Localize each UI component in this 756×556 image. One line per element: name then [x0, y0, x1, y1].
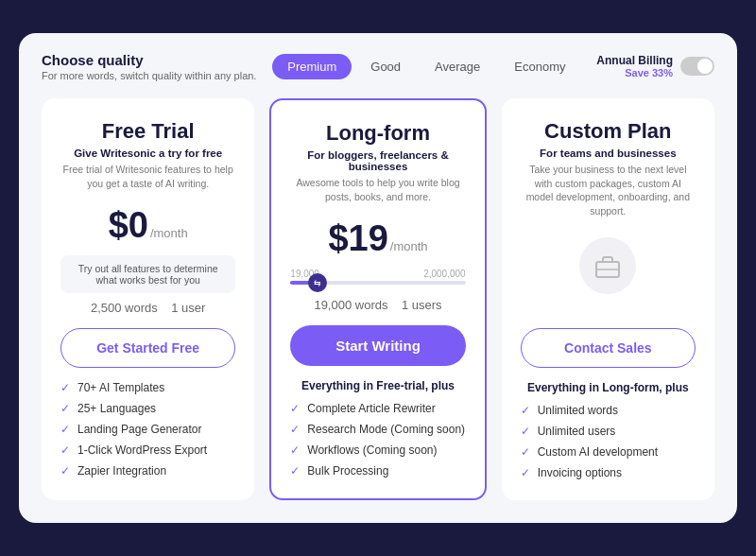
- check-icon: ✓: [60, 423, 70, 436]
- list-item: ✓ Landing Page Generator: [60, 423, 235, 436]
- list-item: ✓ Complete Article Rewriter: [290, 402, 465, 415]
- longform-words-row: 19,000 words 1 users: [290, 298, 465, 312]
- custom-features-list: ✓ Unlimited words ✓ Unlimited users ✓ Cu…: [521, 404, 696, 479]
- custom-desc: Take your business to the next level wit…: [521, 163, 696, 218]
- longform-words: 19,000 words: [314, 298, 387, 312]
- custom-title: Custom Plan: [521, 119, 696, 144]
- quality-subtitle: For more words, switch quality within an…: [42, 70, 256, 81]
- quality-block: Choose quality For more words, switch qu…: [42, 52, 256, 81]
- list-item: ✓ Workflows (Coming soon): [290, 443, 465, 457]
- longform-price: $19 /month: [290, 218, 465, 259]
- check-icon: ✓: [290, 464, 300, 478]
- feature-label: 25+ Languages: [77, 402, 156, 415]
- slider-thumb[interactable]: ⇆: [308, 273, 327, 292]
- list-item: ✓ Research Mode (Coming soon): [290, 423, 465, 436]
- free-price-amount: $0: [109, 205, 148, 246]
- check-icon: ✓: [521, 445, 530, 459]
- slider-track[interactable]: ⇆: [290, 281, 465, 285]
- slider-max: 2,000,000: [423, 269, 466, 279]
- list-item: ✓ 1-Click WordPress Export: [60, 443, 235, 457]
- free-trial-title: Free Trial: [60, 119, 235, 144]
- list-item: ✓ Custom AI development: [521, 445, 696, 459]
- check-icon: ✓: [521, 466, 530, 479]
- list-item: ✓ 25+ Languages: [60, 402, 235, 415]
- header: Choose quality For more words, switch qu…: [42, 52, 714, 81]
- briefcase-icon: [579, 237, 636, 294]
- slider-arrows-icon: ⇆: [314, 278, 321, 287]
- free-users: 1 user: [171, 301, 205, 315]
- free-words: 2,500 words: [91, 301, 158, 315]
- check-icon: ✓: [60, 464, 70, 478]
- free-words-row: 2,500 words 1 user: [60, 301, 235, 315]
- business-icon-wrap: [521, 237, 696, 294]
- longform-subtitle: For bloggers, freelancers & businesses: [290, 149, 465, 172]
- card-longform: Long-form For bloggers, freelancers & bu…: [269, 98, 486, 500]
- custom-section-label: Everything in Long-form, plus: [521, 381, 696, 394]
- custom-subtitle: For teams and businesses: [521, 148, 696, 159]
- tab-good[interactable]: Good: [355, 54, 416, 79]
- check-icon: ✓: [290, 423, 300, 436]
- start-writing-button[interactable]: Start Writing: [290, 325, 465, 366]
- free-price-period: /month: [150, 226, 188, 240]
- free-trial-subtitle: Give Writesonic a try for free: [60, 148, 235, 159]
- quality-title: Choose quality: [42, 52, 256, 68]
- list-item: ✓ Zapier Integration: [60, 464, 235, 478]
- list-item: ✓ Invoicing options: [521, 466, 696, 479]
- card-free-trial: Free Trial Give Writesonic a try for fre…: [42, 98, 254, 500]
- check-icon: ✓: [290, 443, 300, 457]
- free-trial-price: $0 /month: [60, 205, 235, 246]
- annual-billing-toggle[interactable]: [680, 57, 714, 76]
- feature-label: Complete Article Rewriter: [307, 402, 435, 415]
- check-icon: ✓: [521, 404, 530, 417]
- feature-label: Unlimited users: [538, 425, 616, 438]
- check-icon: ✓: [521, 425, 530, 438]
- pricing-container: Choose quality For more words, switch qu…: [19, 33, 737, 523]
- longform-features-list: ✓ Complete Article Rewriter ✓ Research M…: [290, 402, 465, 478]
- contact-sales-button[interactable]: Contact Sales: [521, 328, 696, 368]
- longform-section-label: Everything in Free-trial, plus: [290, 379, 465, 392]
- check-icon: ✓: [60, 443, 70, 457]
- feature-label: 1-Click WordPress Export: [77, 443, 207, 457]
- billing-label: Annual Billing Save 33%: [596, 54, 673, 78]
- check-icon: ✓: [290, 402, 300, 415]
- list-item: ✓ Bulk Processing: [290, 464, 465, 478]
- free-features-list: ✓ 70+ AI Templates ✓ 25+ Languages ✓ Lan…: [60, 381, 235, 478]
- longform-title: Long-form: [290, 121, 465, 146]
- free-trial-desc: Free trial of Writesonic features to hel…: [60, 163, 235, 190]
- longform-price-amount: $19: [328, 218, 387, 259]
- list-item: ✓ 70+ AI Templates: [60, 381, 235, 394]
- feature-label: Unlimited words: [538, 404, 618, 417]
- tab-premium[interactable]: Premium: [272, 54, 352, 79]
- longform-price-period: /month: [390, 239, 428, 253]
- check-icon: ✓: [60, 402, 70, 415]
- feature-label: Landing Page Generator: [77, 423, 201, 436]
- quality-tabs: Premium Good Average Economy: [272, 54, 580, 79]
- feature-label: Zapier Integration: [77, 464, 166, 478]
- pricing-cards: Free Trial Give Writesonic a try for fre…: [42, 98, 714, 500]
- billing-title: Annual Billing: [596, 54, 673, 67]
- billing-block: Annual Billing Save 33%: [596, 54, 714, 78]
- list-item: ✓ Unlimited users: [521, 425, 696, 438]
- feature-label: Bulk Processing: [307, 464, 388, 478]
- check-icon: ✓: [60, 381, 70, 394]
- feature-label: 70+ AI Templates: [77, 381, 164, 394]
- words-slider[interactable]: 19,000 2,000,000 ⇆: [290, 269, 465, 292]
- tab-average[interactable]: Average: [420, 54, 495, 79]
- billing-save: Save 33%: [596, 67, 673, 78]
- feature-label: Research Mode (Coming soon): [307, 423, 465, 436]
- feature-label: Custom AI development: [538, 445, 658, 459]
- longform-desc: Awesome tools to help you write blog pos…: [290, 176, 465, 203]
- longform-users: 1 users: [402, 298, 442, 312]
- list-item: ✓ Unlimited words: [521, 404, 696, 417]
- get-started-free-button[interactable]: Get Started Free: [60, 328, 235, 368]
- tab-economy[interactable]: Economy: [499, 54, 580, 79]
- card-custom: Custom Plan For teams and businesses Tak…: [502, 98, 714, 500]
- feature-label: Workflows (Coming soon): [307, 443, 437, 457]
- free-try-box: Try out all features to determine what w…: [60, 255, 235, 293]
- feature-label: Invoicing options: [538, 466, 622, 479]
